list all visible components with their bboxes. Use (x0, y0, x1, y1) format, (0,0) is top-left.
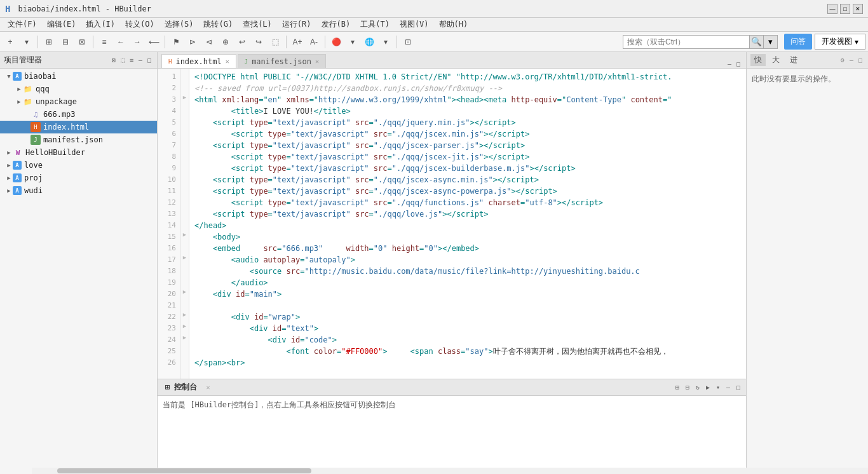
tab-manifest[interactable]: J manifest.json ✕ (238, 54, 326, 68)
toolbar-btn-23[interactable]: ⊡ (400, 34, 416, 50)
folder-icon-qqq: 📁 (23, 84, 33, 94)
menu-find[interactable]: 查找(L) (238, 18, 277, 31)
right-panel-maximize[interactable]: □ (857, 56, 864, 64)
right-panel-nav: 快 大 进 (750, 54, 801, 66)
bottom-ctrl-2[interactable]: ⊟ (684, 383, 691, 391)
bottom-ctrl-maximize[interactable]: □ (735, 383, 742, 391)
code-line-19: </audio> (189, 277, 746, 288)
menu-edit[interactable]: 编辑(E) (42, 18, 81, 31)
right-panel-minimize[interactable]: — (848, 56, 855, 64)
tree-label-love: love (24, 161, 43, 170)
menu-escape[interactable]: 转义(O) (120, 18, 159, 31)
minimize-button[interactable]: — (827, 4, 837, 14)
code-line-9: <script type="text/javascript" src="./qq… (189, 163, 746, 174)
right-panel-quick[interactable]: 快 (750, 54, 766, 66)
tree-item-hello[interactable]: ▶ W HelloHBuilder (0, 146, 157, 159)
toolbar-btn-20[interactable]: ▾ (345, 34, 360, 50)
toolbar-btn-22[interactable]: ▾ (378, 34, 393, 50)
panel-maximize[interactable]: □ (146, 56, 153, 64)
qa-button[interactable]: 问答 (784, 34, 812, 50)
bottom-ctrl-5[interactable]: ▾ (714, 383, 722, 391)
toolbar-btn-5[interactable]: ⊠ (74, 34, 90, 50)
toolbar-btn-12[interactable]: ⊲ (201, 34, 217, 50)
right-panel-body: 此时没有要显示的操作。 (747, 69, 868, 90)
tab-json-icon: J (245, 58, 248, 65)
menu-publish[interactable]: 发行(B) (316, 18, 356, 31)
separator-4 (286, 36, 287, 48)
toolbar-btn-8[interactable]: → (130, 34, 145, 50)
code-line-26: </span><br> (189, 357, 746, 369)
w-icon-hello: W (13, 147, 23, 158)
tree-item-manifest[interactable]: J manifest.json (0, 133, 157, 146)
menu-help[interactable]: 帮助(H) (434, 18, 473, 31)
tree-arrow-unpackage: ▶ (15, 98, 23, 105)
tree-item-wudi[interactable]: ▶ A wudi (0, 184, 157, 197)
toolbar-btn-18[interactable]: A- (306, 34, 322, 50)
bottom-ctrl-3[interactable]: ↻ (694, 383, 702, 391)
maximize-button[interactable]: □ (840, 4, 850, 14)
panel-ctrl-2[interactable]: ⬚ (119, 56, 126, 64)
code-content[interactable]: <!DOCTYPE html PUBLIC "-//W3C//DTD XHTML… (189, 69, 746, 379)
search-dropdown[interactable]: ▾ (764, 35, 778, 49)
menu-tools[interactable]: 工具(T) (355, 18, 395, 31)
window-controls[interactable]: — □ ✕ (827, 4, 863, 14)
tree-item-mp3[interactable]: ♫ 666.mp3 (0, 108, 157, 121)
tree-arrow-qqq: ▶ (15, 86, 23, 92)
project-manager-title: 项目管理器 (4, 55, 42, 65)
console-content: 当前是 [HBuilder控制台]，点右上角工具条相应按钮可切换控制台 (158, 396, 746, 474)
panel-minimize[interactable]: — (137, 56, 144, 64)
toolbar-btn-15[interactable]: ↪ (251, 34, 266, 50)
editor-ctrl-1[interactable]: — (726, 60, 733, 68)
right-panel-big[interactable]: 大 (768, 54, 783, 66)
toolbar-btn-21[interactable]: 🌐 (362, 34, 377, 50)
toolbar-btn-11[interactable]: ⊳ (185, 34, 200, 50)
toolbar-btn-14[interactable]: ↩ (234, 34, 250, 50)
tab-index-html[interactable]: H index.html ✕ (161, 54, 236, 68)
toolbar-btn-16[interactable]: ⬚ (268, 34, 283, 50)
tree-item-biaobai[interactable]: ▼ A biaobai (0, 70, 157, 83)
toolbar-btn-13[interactable]: ⊕ (218, 34, 233, 50)
menu-insert[interactable]: 插入(I) (81, 18, 120, 31)
toolbar-btn-2[interactable]: ▾ (19, 34, 34, 50)
tree-item-unpackage[interactable]: ▶ 📁 unpackage (0, 95, 157, 108)
tree-item-index-html[interactable]: H index.html (0, 121, 157, 133)
menu-jump[interactable]: 跳转(G) (198, 18, 238, 31)
editor-ctrl-2[interactable]: □ (735, 60, 742, 68)
toolbar-btn-6[interactable]: ≡ (97, 34, 112, 50)
search-input[interactable] (623, 35, 750, 49)
bottom-ctrl-minimize[interactable]: — (724, 383, 732, 391)
bottom-ctrl-4[interactable]: ▶ (704, 383, 712, 391)
menu-view[interactable]: 视图(V) (395, 18, 434, 31)
toolbar-btn-17[interactable]: A+ (290, 34, 305, 50)
tree-item-qqq[interactable]: ▶ 📁 qqq (0, 83, 157, 95)
toolbar-btn-4[interactable]: ⊟ (58, 34, 73, 50)
tree-item-love[interactable]: ▶ A love (0, 159, 157, 172)
panel-ctrl-1[interactable]: ⊠ (110, 56, 118, 64)
tree-item-proj[interactable]: ▶ A proj (0, 172, 157, 184)
menu-select[interactable]: 选择(S) (159, 18, 199, 31)
tab-close-manifest[interactable]: ✕ (315, 58, 319, 65)
toolbar-btn-3[interactable]: ⊞ (41, 34, 57, 50)
toolbar: + ▾ ⊞ ⊟ ⊠ ≡ ← → ⟵ ⚑ ⊳ ⊲ ⊕ ↩ ↪ ⬚ A+ A- 🔴 … (0, 32, 868, 52)
menu-run[interactable]: 运行(R) (277, 18, 316, 31)
toolbar-btn-10[interactable]: ⚑ (168, 34, 184, 50)
menu-file[interactable]: 文件(F) (3, 18, 42, 31)
tree-label-manifest: manifest.json (43, 135, 103, 144)
toolbar-btn-9[interactable]: ⟵ (146, 34, 161, 50)
no-ops-text: 此时没有要显示的操作。 (752, 74, 836, 83)
new-button[interactable]: + (3, 34, 18, 50)
bottom-tab-console[interactable]: ⊞ 控制台 (161, 381, 201, 394)
toolbar-btn-19[interactable]: 🔴 (329, 34, 344, 50)
close-button[interactable]: ✕ (853, 4, 863, 14)
bottom-ctrl-1[interactable]: ⊞ (674, 383, 681, 391)
panel-ctrl-3[interactable]: ≡ (128, 56, 135, 64)
code-line-3: <html xml:lang="en" xmlns="http://www.w3… (189, 94, 746, 105)
tab-close-index[interactable]: ✕ (226, 58, 229, 65)
tree-label-proj: proj (24, 173, 43, 182)
toolbar-btn-7[interactable]: ← (113, 34, 128, 50)
search-button[interactable]: 🔍 (750, 35, 764, 49)
dev-view-button[interactable]: 开发视图 ▾ (815, 34, 865, 50)
right-panel-advance[interactable]: 进 (786, 54, 801, 66)
bottom-tab-close-icon[interactable]: ✕ (206, 384, 210, 391)
right-panel-settings[interactable]: ⚙ (839, 56, 846, 64)
